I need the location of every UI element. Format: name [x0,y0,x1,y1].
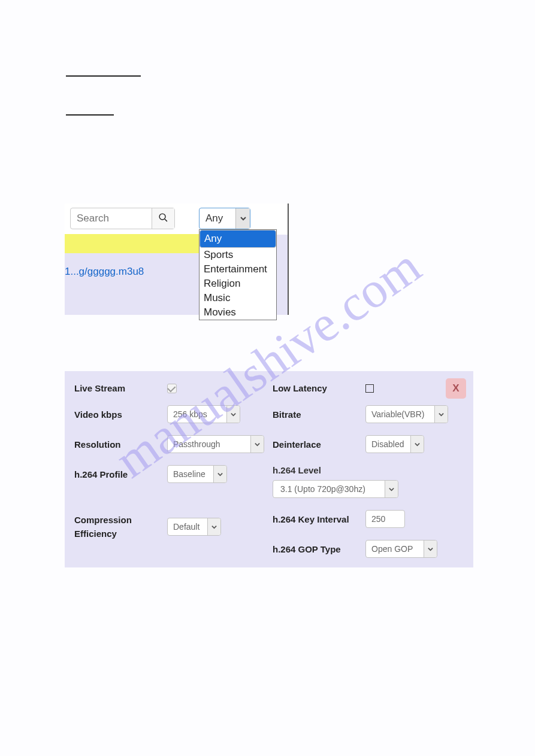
underline-2 [66,105,114,116]
deinterlace-label: Deinterlace [273,439,365,450]
compression-efficiency-value: Default [173,522,200,532]
h264-key-interval-input[interactable]: 250 [365,510,405,528]
low-latency-label: Low Latency [273,383,365,393]
h264-key-interval-label: h.264 Key Interval [273,514,365,524]
chevron-down-icon [410,436,424,453]
bitrate-select[interactable]: Variable(VBR) [365,405,448,423]
live-stream-checkbox[interactable] [167,384,177,393]
category-option[interactable]: Any [200,230,276,248]
video-kbps-value: 256 kbps [173,409,207,419]
deinterlace-select[interactable]: Disabled [365,435,424,453]
search-input[interactable] [71,208,152,229]
category-option[interactable]: Religion [200,277,276,291]
h264-level-label: h.264 Level [273,465,464,475]
search-button[interactable] [152,208,174,229]
stream-url-cell[interactable]: 1...g/ggggg.m3u8 [65,266,144,278]
h264-level-value: 3.1 (Upto 720p@30hz) [280,484,365,494]
svg-line-1 [165,219,167,221]
category-option[interactable]: Sports [200,248,276,262]
svg-point-0 [159,214,165,220]
h264-level-select[interactable]: 3.1 (Upto 720p@30hz) [273,480,398,498]
stream-list-panel: Any Any Sports Entertainment Religion Mu… [65,204,289,315]
live-stream-label: Live Stream [74,383,167,393]
chevron-down-icon [424,541,437,557]
chevron-down-icon [226,406,240,423]
h264-profile-value: Baseline [173,469,205,479]
h264-gop-value: Open GOP [371,544,413,554]
chevron-down-icon [235,208,250,229]
category-select-value: Any [200,212,235,224]
chevron-down-icon [385,481,398,497]
chevron-down-icon [250,436,264,453]
close-icon: X [452,382,459,394]
category-option[interactable]: Music [200,291,276,305]
resolution-value: Passthrough [173,439,220,449]
category-select[interactable]: Any [199,208,250,229]
encoder-settings-panel: X Live Stream Video kbps 256 kbps Resolu… [65,371,473,567]
category-option[interactable]: Entertainment [200,262,276,277]
bitrate-label: Bitrate [273,409,365,420]
chevron-down-icon [213,466,226,482]
highlighted-row[interactable] [65,234,212,253]
category-option[interactable]: Movies [200,305,276,320]
h264-profile-select[interactable]: Baseline [167,465,227,483]
underline-1 [66,66,141,77]
low-latency-checkbox[interactable] [365,384,374,393]
video-kbps-select[interactable]: 256 kbps [167,405,240,423]
close-button[interactable]: X [446,378,466,399]
search-field[interactable] [70,208,175,229]
resolution-select[interactable]: Passthrough [167,435,264,453]
h264-profile-label: h.264 Profile [74,469,167,479]
video-kbps-label: Video kbps [74,409,167,420]
search-icon [158,212,168,224]
h264-key-interval-value: 250 [371,514,385,524]
category-dropdown[interactable]: Any Sports Entertainment Religion Music … [199,229,277,320]
bitrate-value: Variable(VBR) [371,409,424,419]
resolution-label: Resolution [74,439,167,450]
compression-efficiency-label: Compression Efficiency [74,513,167,541]
chevron-down-icon [434,406,448,423]
chevron-down-icon [207,518,220,535]
h264-gop-label: h.264 GOP Type [273,544,365,554]
deinterlace-value: Disabled [371,439,404,449]
compression-efficiency-select[interactable]: Default [167,518,221,536]
h264-gop-select[interactable]: Open GOP [365,540,437,558]
